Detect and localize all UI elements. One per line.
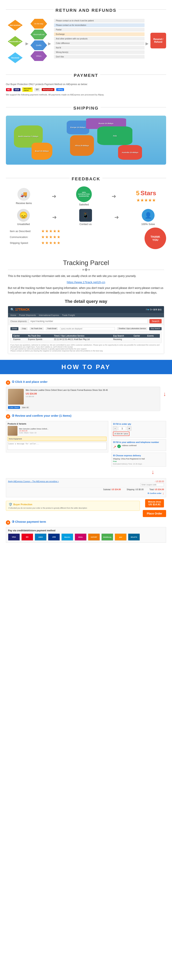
howpay-header: HOW TO PAY — [0, 360, 172, 374]
receive-items-label: Receive items — [16, 202, 32, 205]
opt-timeline[interactable]: Timeline / Ops Lokomotion Service — [117, 327, 147, 330]
satisfied-item: 100%SATISFACTIONGUARANTEE Satisfied — [76, 186, 92, 206]
pm-mc[interactable]: MC — [21, 533, 33, 541]
total-display: Total: US $34.99 — [150, 488, 164, 491]
feedback-row-2: 😞 Unsatisfied ➜ 📱 Contact us ➜ 👤 100% So… — [6, 209, 166, 226]
return-item-8: Wrong Item(s) — [54, 50, 145, 54]
payment-moneygram: MoneyGram — [41, 88, 54, 91]
nav-home[interactable]: Home — [10, 314, 16, 317]
continent-africa: Africa 25-60days — [70, 135, 94, 156]
diamond-received: Received — [6, 52, 24, 63]
satisfied-badge: 100%SATISFACTIONGUARANTEE — [76, 186, 92, 202]
tracker-search-button[interactable]: Search — [150, 319, 162, 323]
pm-sofort[interactable]: SOFORT — [88, 533, 100, 541]
qty-minus-btn[interactable]: - — [113, 426, 117, 431]
td-receiving: Receiving — [112, 338, 132, 341]
step-3-title: ③ Choose payment term — [12, 520, 46, 523]
opt-track-email[interactable]: Track Email — [46, 327, 58, 330]
qty-plus-btn[interactable]: + — [127, 426, 131, 431]
buyer-protection-header: 🛡️ Buyer Protection — [8, 503, 137, 506]
td-time: 22.11.04 12:31-AKLS, Kriall Barr Pkg Ltd — [53, 338, 112, 341]
tracker-search-bar: Choose shipments: Search — [8, 317, 164, 325]
pm-webmoney[interactable]: WebMoney — [101, 533, 113, 541]
pm-visa[interactable]: VISA — [8, 533, 20, 541]
tracker-search-input[interactable] — [29, 319, 148, 324]
continent-europe: Europe 10-35days — [67, 121, 89, 134]
coupon-code-input[interactable] — [140, 483, 164, 486]
message-textarea[interactable] — [8, 442, 107, 450]
opt-group[interactable]: Group — [10, 327, 18, 330]
payment-method-box: Pay via credit/debit/store payment metho… — [6, 527, 166, 543]
order-product-row: Men Genuine Leather Dress Oxford... US $… — [8, 426, 107, 436]
product-card: Men Genuine Leather Dress Oxford Shoe La… — [6, 387, 160, 411]
arrow-row1-2: ➜ — [111, 193, 116, 199]
contact-icon: 📱 — [79, 209, 92, 222]
buyer-protection-desc: If refunded you do not receive your orde… — [8, 507, 137, 509]
step-3: ③ ③ Choose payment term Pay via credit/d… — [6, 520, 166, 543]
extra-equipment-label: Extra Equipment — [9, 438, 22, 440]
coupon-row: Apply AliExpress Coupon – The AliExpress… — [8, 480, 164, 482]
tracking-intro1: This is the tracking number informaion w… — [8, 274, 164, 278]
step-2-circle: ② — [6, 414, 10, 418]
opt-copy[interactable]: Copy — [21, 327, 28, 330]
five-stars-text: Stars — [140, 189, 156, 197]
return-refunds-section: RETURN AND REFUNDS Not received Received… — [0, 0, 172, 67]
rating-row-described: Item as Described: ★★★★★ — [10, 229, 139, 234]
feedback-stars-section: Item as Described: ★★★★★ Communication: … — [6, 228, 166, 249]
ship-time-note: Estimated Delivery Time: 15-35 Days — [113, 463, 164, 465]
divider-diamond — [84, 268, 88, 272]
pm-ideal-icon: iDEAL — [75, 533, 86, 541]
pm-amex-icon: AMEX — [35, 533, 46, 541]
results-displayed-input[interactable] — [60, 327, 115, 330]
nav-express[interactable]: International Express — [39, 314, 59, 317]
pm-boleto[interactable]: BOLETO — [128, 533, 140, 541]
fill-address-box: ③ Fill in your address and telephone num… — [111, 439, 166, 451]
buyer-protection-title: Buyer Protection — [13, 503, 32, 506]
qty-input[interactable] — [118, 427, 126, 430]
tracking-link[interactable]: https://www.17track.net/zh-cn — [8, 280, 164, 284]
howpay-content: ① ① Click it and place order Men Genuine… — [0, 374, 172, 549]
td-events — [146, 338, 160, 341]
arrow-row1-1: ➜ — [52, 193, 56, 199]
th-track: No.Track One — [27, 334, 53, 338]
down-arrow-2: ↓ — [151, 469, 154, 475]
detail-query-title: The detail query way — [8, 299, 164, 304]
opt-export[interactable]: Exp Search — [149, 327, 162, 330]
website-label: Website (free) — [148, 501, 161, 503]
pm-ideal[interactable]: iDEAL — [75, 533, 86, 541]
extra-equipment-box: Extra Equipment — [8, 437, 107, 441]
subtotal-display: Subtotal: US $34.99 — [103, 488, 121, 491]
tracker-body: Group Copy No Track One Track Email Time… — [8, 325, 164, 354]
step-1-title: ① Click it and place order — [12, 380, 48, 383]
pm-qiwi[interactable]: qiwi — [115, 533, 126, 541]
stars-2: ★★★★★ — [41, 240, 61, 245]
th-exp: Exp Search — [112, 334, 132, 338]
place-order-button[interactable]: Place Order — [143, 510, 166, 517]
step-3-circle: ③ — [6, 520, 10, 525]
fill-order-qty-title: ② Fill in order qty — [113, 423, 164, 425]
ratings-left: Item as Described: ★★★★★ Communication: … — [6, 228, 139, 247]
stars-row1: ★★★★★ — [136, 198, 156, 203]
pm-sofort-icon: SOFORT — [88, 533, 100, 541]
opt-track-one[interactable]: No Track One — [30, 327, 44, 330]
sad-icon: 😞 — [17, 209, 30, 222]
tracker-result-area: Carrier No.Track One Time1 / Ops Lokomot… — [10, 331, 162, 343]
nav-freight[interactable]: Trade Freight — [62, 314, 75, 317]
coupon-discount: - US $0.00 — [154, 480, 164, 482]
diamond-received-lost: Received/Lost — [6, 36, 24, 47]
continent-australia: Australia 15-40days — [118, 145, 142, 160]
contact-us-item: 📱 Contact us — [79, 209, 92, 226]
nav-postal[interactable]: Postal Shipments — [19, 314, 36, 317]
price-display: US $14.91 — [148, 503, 161, 506]
divider-dot-1 — [82, 269, 84, 270]
pm-amex[interactable]: AMEX — [35, 533, 46, 541]
step-2-title: ② Review and confirm your order (1 Items… — [12, 414, 72, 417]
pm-jcb[interactable]: JCB — [48, 533, 60, 541]
pm-maestro[interactable]: Maestro — [61, 533, 73, 541]
apply-coupon-link[interactable]: Apply AliExpress Coupon – The AliExpress… — [8, 480, 59, 482]
payment-method-title: Pay via credit/debit/store payment metho… — [8, 529, 164, 532]
step-2: ② ② Review and confirm your order (1 Ite… — [6, 414, 166, 475]
fill-address-title: ③ Fill in your address and telephone num… — [113, 441, 164, 444]
address-arrow: ↗ — [113, 444, 116, 449]
pm-visa-icon: VISA — [8, 533, 20, 541]
